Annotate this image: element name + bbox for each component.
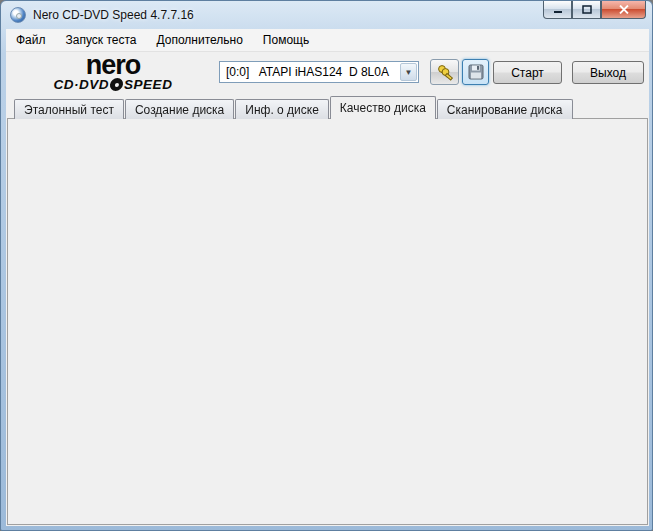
disc-icon [109,78,124,91]
window-title: Nero CD-DVD Speed 4.7.7.16 [33,8,194,22]
close-icon [619,5,629,14]
toolbar: nero CD·DVD SPEED [0:0] ATAPI iHAS124 D … [6,52,649,94]
app-window: Nero CD-DVD Speed 4.7.7.16 Файл Запуск т… [0,0,653,531]
save-icon [468,64,484,80]
menu-help[interactable]: Помощь [253,29,319,51]
menu-file[interactable]: Файл [6,29,56,51]
drive-select-value: [0:0] ATAPI iHAS124 D 8L0A [220,65,400,79]
start-button-label: Старт [511,66,544,80]
tab-create-disc[interactable]: Создание диска [125,99,234,119]
menu-extra[interactable]: Дополнительно [146,29,252,51]
nero-logo-text: nero [18,53,208,77]
menu-run-test[interactable]: Запуск теста [56,29,147,51]
logo-cd-dvd-text: CD·DVD [54,77,110,92]
tab-strip: Эталонный тест Создание диска Инф. о дис… [14,97,574,119]
close-button[interactable] [601,1,646,19]
minimize-icon [553,5,563,14]
options-button[interactable] [430,59,459,85]
app-icon [10,7,26,23]
start-button[interactable]: Старт [493,61,562,84]
tab-benchmark[interactable]: Эталонный тест [14,99,124,119]
maximize-icon [582,5,592,14]
minimize-button[interactable] [543,1,572,19]
exit-button-label: Выход [590,66,626,80]
nero-logo: nero CD·DVD SPEED [18,53,208,92]
tab-disc-info[interactable]: Инф. о диске [235,99,329,119]
chevron-down-icon[interactable]: ▼ [400,63,417,81]
exit-button[interactable]: Выход [572,61,644,84]
menu-bar: Файл Запуск теста Дополнительно Помощь [6,29,649,52]
tab-disc-quality[interactable]: Качество диска [330,96,436,119]
keys-icon [436,63,454,81]
drive-select[interactable]: [0:0] ATAPI iHAS124 D 8L0A ▼ [219,61,419,83]
maximize-button[interactable] [572,1,601,19]
save-button[interactable] [462,59,489,85]
title-bar[interactable]: Nero CD-DVD Speed 4.7.7.16 [1,1,653,29]
logo-speed-text: SPEED [124,77,172,92]
tab-page [7,118,648,525]
tab-scan-disc[interactable]: Сканирование диска [437,99,573,119]
